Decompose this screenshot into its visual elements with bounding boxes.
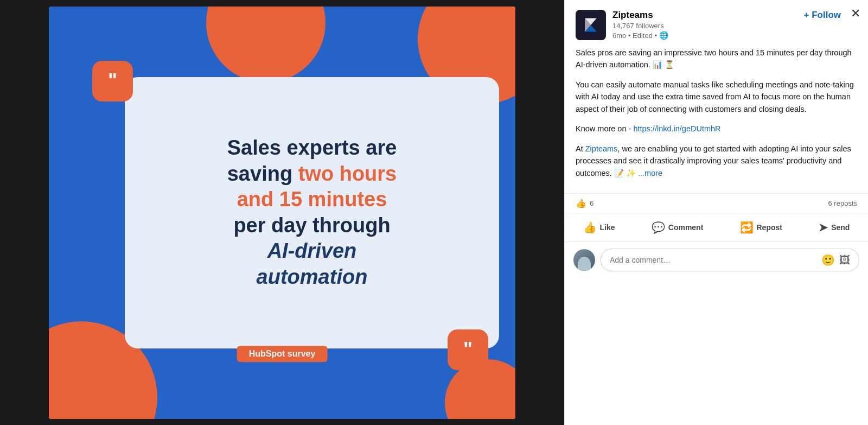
image-button[interactable]: 🖼 [839, 254, 850, 267]
post-paragraph-2: You can easily automate manual tasks lik… [576, 79, 857, 115]
comment-icons: 🙂 🖼 [821, 253, 850, 267]
emoji-button[interactable]: 🙂 [821, 253, 835, 267]
follow-button[interactable]: + Follow [804, 10, 841, 21]
reposts-count: 6 reposts [828, 199, 857, 207]
post-paragraph-4: At Zipteams, we are enabling you to get … [576, 143, 857, 179]
like-icon: 👍 [583, 221, 597, 234]
card-highlight1: two hours [298, 162, 397, 185]
comment-icon: 💬 [652, 221, 665, 234]
like-label: Like [600, 223, 615, 232]
zipteams-link[interactable]: Zipteams [585, 144, 618, 153]
hubspot-badge: HubSpot survey [237, 346, 328, 362]
card-highlight2: and 15 minutes [237, 188, 387, 211]
repost-button[interactable]: 🔁 Repost [731, 215, 791, 239]
like-button[interactable]: 👍 Like [575, 215, 624, 239]
comment-input-wrapper[interactable]: 🙂 🖼 [601, 249, 859, 271]
post-paragraph-3: Know more on - https://lnkd.in/geDUtmhR [576, 123, 857, 135]
reactions-left: 👍 6 [576, 198, 593, 208]
company-logo[interactable] [576, 10, 606, 40]
avatar-figure [578, 257, 591, 271]
post-image: " " Sales experts are saving two hours a… [49, 7, 515, 419]
avatar [573, 249, 595, 271]
card-line4: per day through [233, 214, 390, 237]
repost-icon: 🔁 [740, 221, 754, 234]
decorative-circle-top-left [206, 7, 326, 83]
globe-icon: 🌐 [659, 31, 668, 40]
send-button[interactable]: ➤ Send [810, 215, 858, 239]
post-content: Sales pros are saving an impressive two … [565, 47, 868, 193]
post-header: Zipteams 14,767 followers 6mo • Edited •… [565, 0, 868, 47]
post-link[interactable]: https://lnkd.in/geDUtmhR [633, 124, 720, 133]
comment-button[interactable]: 💬 Comment [643, 215, 712, 239]
know-more-text: Know more on - [576, 124, 633, 133]
post-details-panel: Zipteams 14,767 followers 6mo • Edited •… [564, 0, 868, 425]
post-time: 6mo • Edited • [612, 31, 657, 40]
post-paragraph-1: Sales pros are saving an impressive two … [576, 47, 857, 71]
post-image-panel: " " Sales experts are saving two hours a… [0, 0, 564, 425]
card-line1: Sales experts are [227, 136, 397, 159]
more-link[interactable]: ...more [638, 169, 662, 177]
followers-count: 14,767 followers [612, 22, 857, 30]
content-card: Sales experts are saving two hours and 1… [125, 77, 499, 348]
reactions-row: 👍 6 6 reposts [565, 193, 868, 213]
card-last: automation [257, 265, 368, 288]
card-text: Sales experts are saving two hours and 1… [227, 135, 397, 290]
comment-area: 🙂 🖼 [565, 242, 868, 278]
post-body-5: , we are enabling you to get started wit… [576, 144, 851, 177]
comment-label: Comment [668, 223, 704, 232]
quote-icon-top-left: " [92, 61, 133, 102]
comment-input[interactable] [610, 256, 821, 264]
send-label: Send [831, 223, 850, 232]
quote-icon-bottom-right: " [448, 329, 488, 370]
reaction-count: 6 [590, 199, 593, 207]
post-meta: 6mo • Edited • 🌐 [612, 31, 857, 40]
card-line2: saving [227, 162, 298, 185]
action-row: 👍 Like 💬 Comment 🔁 Repost ➤ Send [565, 213, 868, 242]
at-text: At [576, 144, 585, 153]
close-button[interactable]: ✕ [851, 8, 860, 20]
reaction-emoji: 👍 [576, 198, 586, 208]
send-icon: ➤ [819, 221, 828, 234]
repost-label: Repost [757, 223, 782, 232]
card-italic: AI-driven [267, 239, 357, 262]
